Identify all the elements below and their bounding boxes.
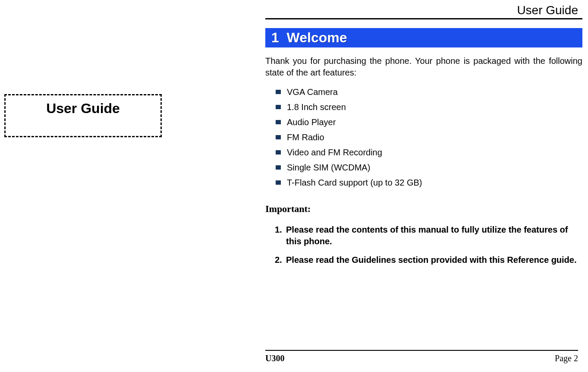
section-heading: 1 Welcome: [265, 28, 582, 47]
title-text: User Guide: [46, 101, 120, 117]
item-number: 1.: [275, 224, 282, 236]
footer-page: Page 2: [555, 353, 578, 363]
list-item: 1.Please read the contents of this manua…: [275, 221, 582, 251]
page-footer: U300 Page 2: [265, 350, 578, 363]
list-item: FM Radio: [287, 130, 582, 145]
important-list: 1.Please read the contents of this manua…: [265, 221, 582, 269]
list-item: Single SIM (WCDMA): [287, 160, 582, 175]
item-text: Please read the Guidelines section provi…: [286, 255, 577, 265]
left-page: User Guide: [0, 0, 242, 372]
item-number: 2.: [275, 254, 282, 266]
intro-paragraph: Thank you for purchasing the phone. Your…: [265, 55, 582, 79]
list-item: Video and FM Recording: [287, 145, 582, 160]
list-item: T-Flash Card support (up to 32 GB): [287, 175, 582, 190]
list-item: Audio Player: [287, 115, 582, 130]
list-item: 2.Please read the Guidelines section pro…: [275, 251, 582, 269]
item-text: Please read the contents of this manual …: [286, 225, 568, 246]
footer-model: U300: [265, 353, 284, 363]
page-header: User Guide: [265, 0, 582, 19]
feature-list: VGA Camera 1.8 Inch screen Audio Player …: [265, 85, 582, 190]
section-number: 1: [271, 30, 279, 45]
section-title: Welcome: [287, 30, 347, 45]
important-heading: Important:: [265, 203, 582, 214]
title-box: User Guide: [4, 94, 162, 137]
right-page: User Guide 1 Welcome Thank you for purch…: [265, 0, 582, 372]
list-item: 1.8 Inch screen: [287, 100, 582, 115]
list-item: VGA Camera: [287, 85, 582, 100]
